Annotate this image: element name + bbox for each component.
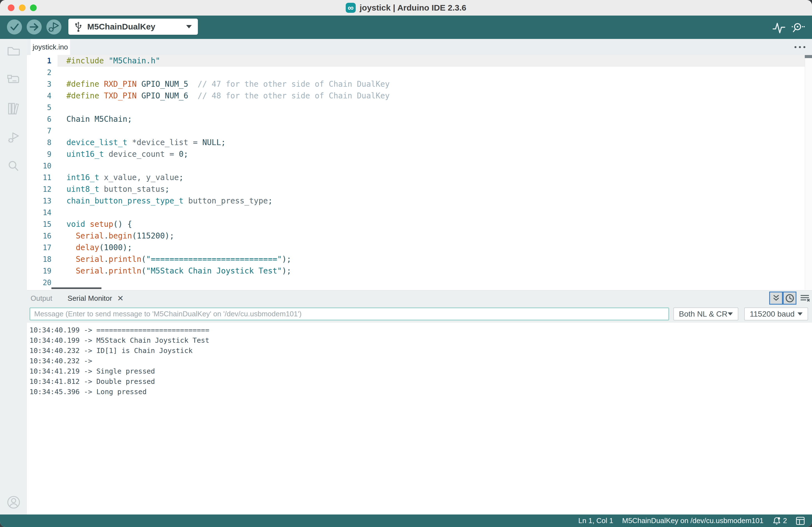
line-number: 18 xyxy=(27,254,58,265)
minimize-window-button[interactable] xyxy=(19,4,26,11)
toggle-panel-icon[interactable] xyxy=(796,517,805,525)
tab-serial-monitor[interactable]: Serial Monitor xyxy=(68,294,112,303)
code-lines: #include "M5Chain.h"#define RXD_PIN GPIO… xyxy=(58,55,805,288)
code-line: uint8_t button_status; xyxy=(58,183,805,195)
debug-button[interactable] xyxy=(46,19,61,34)
board-port-status[interactable]: M5ChainDualKey on /dev/cu.usbmodem101 xyxy=(622,516,764,525)
serial-output-line: 10:34:45.396 -> Long pressed xyxy=(27,387,812,397)
serial-monitor-icon xyxy=(790,21,805,34)
bell-icon xyxy=(772,516,781,525)
line-number-gutter: 1234567891011121314151617181920 xyxy=(27,55,58,288)
arduino-ide-window: ∞ joystick | Arduino IDE 2.3.6 xyxy=(0,0,812,527)
board-icon xyxy=(7,73,20,87)
code-line: uint16_t device_count = 0; xyxy=(58,148,805,160)
baud-rate-dropdown[interactable]: 115200 baud xyxy=(744,308,808,321)
code-line: delay(1000); xyxy=(58,242,805,254)
serial-plotter-icon xyxy=(772,21,785,34)
close-icon[interactable]: ✕ xyxy=(117,294,124,303)
chevron-down-icon xyxy=(798,312,802,315)
sidebar-item-account[interactable] xyxy=(7,495,20,509)
title-bar: ∞ joystick | Arduino IDE 2.3.6 xyxy=(0,0,812,16)
code-line xyxy=(58,277,805,288)
serial-output-line: 10:34:41.812 -> Double pressed xyxy=(27,376,812,387)
line-number: 6 xyxy=(27,113,58,125)
toggle-autoscroll-button[interactable] xyxy=(769,291,783,305)
board-selector-dropdown[interactable]: M5ChainDualKey xyxy=(68,19,198,35)
code-line xyxy=(58,160,805,172)
line-number: 20 xyxy=(27,277,58,288)
code-line xyxy=(58,125,805,137)
more-actions-button[interactable] xyxy=(795,39,805,55)
horizontal-scrollbar[interactable] xyxy=(52,287,101,289)
tab-joystick-ino[interactable]: joystick.ino xyxy=(31,39,70,55)
double-chevron-down-icon xyxy=(771,294,781,303)
sidebar-item-search[interactable] xyxy=(7,159,20,173)
line-number: 3 xyxy=(27,79,58,90)
serial-monitor-button[interactable] xyxy=(791,21,804,34)
code-editor[interactable]: 1234567891011121314151617181920 #include… xyxy=(27,55,812,290)
verify-button[interactable] xyxy=(7,19,22,34)
clock-icon xyxy=(785,293,795,303)
arduino-app-icon: ∞ xyxy=(346,3,356,13)
clear-output-icon xyxy=(799,293,811,303)
line-ending-dropdown[interactable]: Both NL & CR xyxy=(673,308,738,321)
close-window-button[interactable] xyxy=(8,4,14,11)
clear-output-button[interactable] xyxy=(799,293,811,304)
notifications-button[interactable]: 2 xyxy=(772,516,787,525)
chevron-down-icon xyxy=(186,25,192,28)
line-number: 9 xyxy=(27,148,58,160)
board-selector-label: M5ChainDualKey xyxy=(87,22,181,31)
serial-output-area[interactable]: 10:34:40.199 -> ========================… xyxy=(27,323,812,515)
serial-message-input[interactable] xyxy=(29,308,669,321)
toolbar: M5ChainDualKey xyxy=(0,16,812,39)
serial-output-line: 10:34:40.232 -> ID[1] is Chain Joystick xyxy=(27,345,812,356)
cursor-position[interactable]: Ln 1, Col 1 xyxy=(578,516,613,525)
line-number: 17 xyxy=(27,242,58,254)
line-number: 10 xyxy=(27,160,58,172)
arrow-right-icon xyxy=(27,19,42,34)
upload-button[interactable] xyxy=(27,19,42,34)
overview-ruler-cursor-marker xyxy=(805,55,812,58)
serial-output-line: 10:34:40.199 -> ========================… xyxy=(27,325,812,335)
maximize-window-button[interactable] xyxy=(30,4,37,11)
line-number: 4 xyxy=(27,90,58,102)
sidebar-item-sketchbook[interactable] xyxy=(7,44,20,58)
code-line xyxy=(58,102,805,113)
line-number: 2 xyxy=(27,67,58,79)
sidebar-item-debug[interactable] xyxy=(7,131,20,144)
toggle-timestamp-button[interactable] xyxy=(783,291,796,305)
serial-output-line: 10:34:40.199 -> M5Stack Chain Joystick T… xyxy=(27,335,812,345)
code-line: #define TXD_PIN GPIO_NUM_6 // 48 for the… xyxy=(58,90,805,102)
code-line: #include "M5Chain.h" xyxy=(58,55,805,67)
code-line: void setup() { xyxy=(58,218,805,230)
code-line: #define RXD_PIN GPIO_NUM_5 // 47 for the… xyxy=(58,79,805,90)
code-line: Serial.begin(115200); xyxy=(58,230,805,242)
code-line xyxy=(58,67,805,79)
line-number: 16 xyxy=(27,230,58,242)
tab-output[interactable]: Output xyxy=(31,294,52,303)
line-number: 13 xyxy=(27,195,58,207)
serial-plotter-button[interactable] xyxy=(772,21,786,34)
activity-sidebar xyxy=(0,39,27,514)
line-number: 1 xyxy=(27,55,58,67)
code-line: Serial.println("========================… xyxy=(58,254,805,265)
line-number: 5 xyxy=(27,102,58,113)
line-number: 15 xyxy=(27,218,58,230)
check-icon xyxy=(7,19,22,34)
folder-icon xyxy=(7,44,20,58)
bottom-panel: Output Serial Monitor ✕ xyxy=(27,290,812,514)
baud-rate-value: 115200 baud xyxy=(750,310,795,318)
line-number: 7 xyxy=(27,125,58,137)
sidebar-item-library-manager[interactable] xyxy=(7,102,20,116)
code-line: Serial.println("M5Stack Chain Joystick T… xyxy=(58,265,805,277)
line-number: 19 xyxy=(27,265,58,277)
serial-output-line: 10:34:40.232 -> xyxy=(27,356,812,366)
overview-ruler[interactable] xyxy=(805,55,812,290)
line-number: 14 xyxy=(27,207,58,218)
line-number: 11 xyxy=(27,172,58,183)
sidebar-item-boards-manager[interactable] xyxy=(7,73,20,87)
code-line: Chain M5Chain; xyxy=(58,113,805,125)
serial-message-row: Both NL & CR 115200 baud xyxy=(27,308,812,321)
books-icon xyxy=(7,102,20,116)
window-title: joystick | Arduino IDE 2.3.6 xyxy=(360,3,466,13)
